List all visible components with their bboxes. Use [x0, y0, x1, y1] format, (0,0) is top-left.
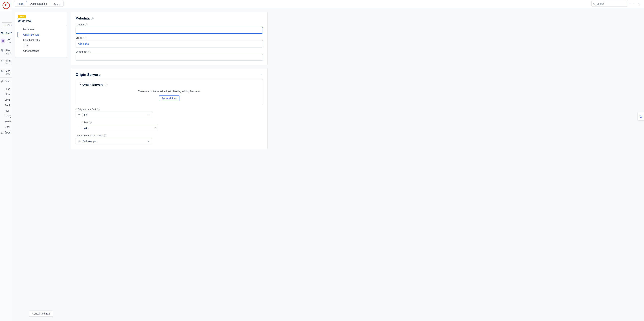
form-nav-card: New Origin Pool Metadata Origin Servers … — [15, 12, 67, 57]
bg-sub-item[interactable]: Mana — [5, 119, 11, 124]
hc-port-select[interactable]: Endpoint port — [76, 138, 152, 144]
nav-item-health-checks[interactable]: Health Checks — [18, 37, 67, 43]
bg-nav-sites[interactable]: Site App S — [0, 47, 12, 57]
origin-servers-list-card: * Origin Servers i There are no items ad… — [76, 79, 263, 105]
form-content: Metadata i Name i Labels i Add Label — [71, 12, 641, 321]
namespace-avatar: D — [1, 39, 5, 44]
info-icon[interactable]: i — [88, 51, 91, 53]
metadata-heading: Metadata — [76, 17, 90, 21]
svg-point-6 — [593, 3, 595, 5]
new-badge: New — [18, 15, 26, 19]
nav-item-other-settings[interactable]: Other Settings — [18, 48, 67, 54]
hc-port-select-value: Endpoint port — [82, 140, 98, 143]
add-item-button[interactable]: Add Item — [159, 95, 180, 101]
search-close-button[interactable] — [637, 1, 642, 7]
svg-point-2 — [1, 70, 2, 71]
mesh-icon — [1, 70, 4, 72]
form-nav-title: Origin Pool — [18, 20, 64, 22]
close-icon — [638, 3, 640, 5]
nav-item-tls[interactable]: TLS — [18, 43, 67, 48]
clear-port-button[interactable] — [155, 127, 157, 129]
origin-servers-heading: Origin Servers — [76, 73, 100, 77]
info-icon[interactable]: i — [84, 37, 86, 39]
swap-icon — [78, 140, 80, 143]
search-icon — [593, 3, 595, 5]
chevron-down-icon — [147, 140, 150, 142]
modal-toolbar: Form Documentation JSON — [12, 0, 644, 8]
svg-point-5 — [3, 72, 3, 72]
namespace-sub: Nan — [7, 41, 11, 44]
bg-sub-item[interactable]: Virtu — [5, 97, 11, 103]
description-input[interactable] — [76, 54, 263, 61]
collapse-toggle[interactable] — [260, 73, 263, 77]
bg-advanced-label: Advanced — [1, 132, 10, 135]
svg-point-3 — [3, 70, 3, 71]
bg-sub-item[interactable]: Deleg — [5, 113, 11, 119]
bg-sub-item[interactable]: Certi — [5, 124, 11, 130]
tab-form[interactable]: Form — [14, 1, 27, 7]
bg-sub-item[interactable]: Publi — [5, 103, 11, 108]
bg-sub-item[interactable]: Load — [5, 86, 11, 92]
name-label: Name — [78, 23, 84, 26]
port-input[interactable] — [82, 125, 158, 131]
chevron-up-icon — [629, 3, 631, 5]
info-icon[interactable]: i — [104, 134, 106, 137]
search-box[interactable] — [591, 1, 628, 7]
info-icon[interactable]: i — [89, 121, 92, 124]
bg-sub-item[interactable]: Virtu — [5, 92, 11, 97]
search-next-button[interactable] — [632, 1, 637, 7]
add-item-label: Add Item — [166, 97, 176, 100]
bg-nav-virtual[interactable]: Virtu HTTP — [0, 57, 12, 67]
form-nav-column: New Origin Pool Metadata Origin Servers … — [15, 12, 67, 321]
help-floating-button[interactable] — [638, 112, 644, 121]
bg-page-title: Multi-C — [0, 30, 12, 37]
info-icon[interactable]: i — [105, 84, 108, 86]
bg-nav-manage[interactable]: Man — [0, 78, 12, 85]
chevron-down-icon — [633, 3, 636, 5]
namespace-name: def — [7, 38, 11, 41]
key-icon — [1, 59, 4, 62]
chevron-up-icon — [260, 73, 263, 76]
hc-port-label: Port used for health check — [76, 134, 103, 137]
namespace-chip[interactable]: D def Nan — [0, 37, 12, 47]
info-icon[interactable]: i — [91, 17, 94, 20]
help-icon — [639, 115, 642, 118]
bg-manage-sublist: Load Virtu Virtu Publi Aler Deleg Mana C… — [0, 85, 12, 137]
wrench-icon — [1, 80, 4, 83]
nav-item-metadata[interactable]: Metadata — [18, 27, 67, 32]
tab-json[interactable]: JSON — [50, 1, 64, 6]
empty-state-message: There are no items added yet. Start by a… — [80, 90, 258, 93]
swap-icon — [78, 114, 80, 116]
info-icon[interactable]: i — [97, 108, 100, 111]
search-input[interactable] — [596, 2, 626, 5]
cancel-button[interactable]: Cancel and Exit — [29, 310, 53, 317]
plus-circle-icon — [162, 97, 165, 100]
bg-sidebar-content: Sele Multi-C D def Nan Site App S Virtu … — [0, 20, 12, 137]
add-label-button[interactable]: Add Label — [76, 40, 263, 48]
globe-icon — [1, 49, 4, 52]
grid-icon — [4, 24, 6, 26]
origin-servers-section: Origin Servers * Origin Servers i There … — [71, 68, 268, 149]
port-label: Port — [84, 121, 88, 124]
origin-servers-sub-heading: Origin Servers — [82, 83, 104, 87]
bg-nav-mesh[interactable]: Mes Servi — [0, 67, 12, 78]
metadata-section: Metadata i Name i Labels i Add Label — [71, 12, 268, 65]
origin-port-select[interactable]: Port — [76, 112, 152, 118]
origin-port-select-label: Origin server Port — [78, 108, 96, 111]
labels-label: Labels — [76, 37, 82, 39]
name-input[interactable] — [76, 27, 263, 34]
bg-sub-item[interactable]: Aler — [5, 108, 11, 113]
svg-point-1 — [1, 61, 2, 61]
view-segmented-control: Form Documentation JSON — [14, 1, 64, 7]
f5-logo — [2, 2, 10, 9]
search-prev-button[interactable] — [628, 1, 632, 7]
nav-item-origin-servers[interactable]: Origin Servers — [18, 32, 67, 37]
tab-documentation[interactable]: Documentation — [27, 1, 50, 6]
chevron-down-icon — [147, 114, 150, 116]
description-label: Description — [76, 50, 87, 53]
info-icon[interactable]: i — [85, 24, 88, 26]
create-origin-pool-modal: Form Documentation JSON New — [12, 0, 644, 321]
svg-point-4 — [1, 72, 2, 72]
origin-port-select-value: Port — [82, 113, 87, 116]
close-icon — [155, 127, 157, 129]
